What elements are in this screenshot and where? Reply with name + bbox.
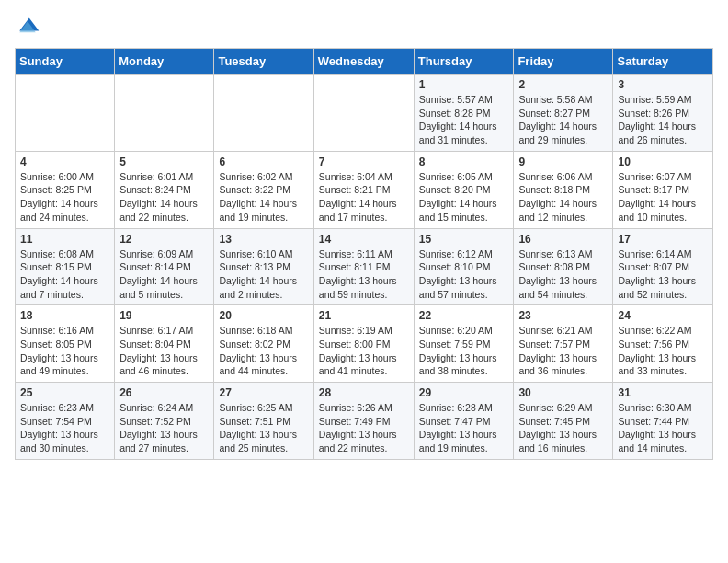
calendar-week-4: 18Sunrise: 6:16 AM Sunset: 8:05 PM Dayli… xyxy=(16,305,713,383)
calendar-cell xyxy=(214,75,313,152)
day-number: 17 xyxy=(618,233,708,246)
calendar-week-5: 25Sunrise: 6:23 AM Sunset: 7:54 PM Dayli… xyxy=(16,383,713,460)
calendar-week-1: 1Sunrise: 5:57 AM Sunset: 8:28 PM Daylig… xyxy=(16,75,713,152)
calendar-cell: 17Sunrise: 6:14 AM Sunset: 8:07 PM Dayli… xyxy=(613,228,713,305)
calendar-cell: 11Sunrise: 6:08 AM Sunset: 8:15 PM Dayli… xyxy=(16,228,115,305)
calendar-cell: 8Sunrise: 6:05 AM Sunset: 8:20 PM Daylig… xyxy=(414,151,514,228)
calendar-cell: 15Sunrise: 6:12 AM Sunset: 8:10 PM Dayli… xyxy=(414,228,514,305)
day-number: 13 xyxy=(219,233,308,246)
day-number: 29 xyxy=(419,386,509,399)
day-number: 22 xyxy=(419,309,509,322)
day-info: Sunrise: 6:14 AM Sunset: 8:07 PM Dayligh… xyxy=(618,247,708,302)
calendar-cell: 31Sunrise: 6:30 AM Sunset: 7:44 PM Dayli… xyxy=(613,383,713,460)
day-info: Sunrise: 6:28 AM Sunset: 7:47 PM Dayligh… xyxy=(419,401,509,455)
logo xyxy=(15,15,44,40)
calendar-cell: 10Sunrise: 6:07 AM Sunset: 8:17 PM Dayli… xyxy=(613,151,713,228)
calendar-cell: 28Sunrise: 6:26 AM Sunset: 7:49 PM Dayli… xyxy=(313,383,414,460)
day-number: 5 xyxy=(119,155,209,168)
day-number: 16 xyxy=(518,233,608,246)
day-info: Sunrise: 6:01 AM Sunset: 8:24 PM Dayligh… xyxy=(119,170,209,224)
day-info: Sunrise: 6:07 AM Sunset: 8:17 PM Dayligh… xyxy=(618,170,708,224)
calendar-cell: 19Sunrise: 6:17 AM Sunset: 8:04 PM Dayli… xyxy=(115,305,214,383)
day-info: Sunrise: 6:19 AM Sunset: 8:00 PM Dayligh… xyxy=(319,324,409,378)
day-info: Sunrise: 6:00 AM Sunset: 8:25 PM Dayligh… xyxy=(20,170,109,224)
day-number: 26 xyxy=(119,386,209,399)
calendar-week-3: 11Sunrise: 6:08 AM Sunset: 8:15 PM Dayli… xyxy=(16,228,713,305)
calendar-cell: 14Sunrise: 6:11 AM Sunset: 8:11 PM Dayli… xyxy=(313,228,414,305)
day-info: Sunrise: 6:22 AM Sunset: 7:56 PM Dayligh… xyxy=(618,324,708,378)
day-info: Sunrise: 6:02 AM Sunset: 8:22 PM Dayligh… xyxy=(219,170,308,224)
calendar-week-2: 4Sunrise: 6:00 AM Sunset: 8:25 PM Daylig… xyxy=(16,151,713,228)
day-number: 19 xyxy=(119,309,209,322)
day-number: 30 xyxy=(518,386,608,399)
day-info: Sunrise: 6:29 AM Sunset: 7:45 PM Dayligh… xyxy=(518,401,608,455)
calendar-header-wednesday: Wednesday xyxy=(313,49,414,75)
calendar-cell: 7Sunrise: 6:04 AM Sunset: 8:21 PM Daylig… xyxy=(313,151,414,228)
day-info: Sunrise: 6:18 AM Sunset: 8:02 PM Dayligh… xyxy=(219,324,308,378)
day-number: 18 xyxy=(20,309,109,322)
calendar-cell: 20Sunrise: 6:18 AM Sunset: 8:02 PM Dayli… xyxy=(214,305,313,383)
day-info: Sunrise: 6:25 AM Sunset: 7:51 PM Dayligh… xyxy=(219,401,308,455)
day-info: Sunrise: 6:12 AM Sunset: 8:10 PM Dayligh… xyxy=(419,247,509,302)
day-info: Sunrise: 5:57 AM Sunset: 8:28 PM Dayligh… xyxy=(419,93,509,147)
calendar-cell xyxy=(16,75,115,152)
calendar-cell: 29Sunrise: 6:28 AM Sunset: 7:47 PM Dayli… xyxy=(414,383,514,460)
day-info: Sunrise: 6:13 AM Sunset: 8:08 PM Dayligh… xyxy=(518,247,608,302)
calendar-cell: 4Sunrise: 6:00 AM Sunset: 8:25 PM Daylig… xyxy=(16,151,115,228)
calendar-header-sunday: Sunday xyxy=(16,49,115,75)
day-info: Sunrise: 6:04 AM Sunset: 8:21 PM Dayligh… xyxy=(319,170,409,224)
day-number: 27 xyxy=(219,386,308,399)
day-number: 14 xyxy=(319,233,409,246)
calendar-cell: 5Sunrise: 6:01 AM Sunset: 8:24 PM Daylig… xyxy=(115,151,214,228)
day-info: Sunrise: 6:08 AM Sunset: 8:15 PM Dayligh… xyxy=(20,247,109,302)
calendar-cell: 9Sunrise: 6:06 AM Sunset: 8:18 PM Daylig… xyxy=(514,151,613,228)
day-info: Sunrise: 6:20 AM Sunset: 7:59 PM Dayligh… xyxy=(419,324,509,378)
day-info: Sunrise: 6:16 AM Sunset: 8:05 PM Dayligh… xyxy=(20,324,109,378)
day-info: Sunrise: 6:23 AM Sunset: 7:54 PM Dayligh… xyxy=(20,401,109,455)
calendar-header-friday: Friday xyxy=(514,49,613,75)
calendar-cell: 6Sunrise: 6:02 AM Sunset: 8:22 PM Daylig… xyxy=(214,151,313,228)
day-number: 6 xyxy=(219,155,308,168)
calendar-cell: 21Sunrise: 6:19 AM Sunset: 8:00 PM Dayli… xyxy=(313,305,414,383)
calendar-cell: 13Sunrise: 6:10 AM Sunset: 8:13 PM Dayli… xyxy=(214,228,313,305)
calendar-cell: 27Sunrise: 6:25 AM Sunset: 7:51 PM Dayli… xyxy=(214,383,313,460)
day-number: 9 xyxy=(518,155,608,168)
day-number: 11 xyxy=(20,233,109,246)
calendar-header-tuesday: Tuesday xyxy=(214,49,313,75)
calendar-header-monday: Monday xyxy=(115,49,214,75)
calendar-cell: 1Sunrise: 5:57 AM Sunset: 8:28 PM Daylig… xyxy=(414,75,514,152)
day-info: Sunrise: 6:09 AM Sunset: 8:14 PM Dayligh… xyxy=(119,247,209,302)
day-info: Sunrise: 6:24 AM Sunset: 7:52 PM Dayligh… xyxy=(119,401,209,455)
page-header xyxy=(15,15,713,40)
calendar-header-thursday: Thursday xyxy=(414,49,514,75)
calendar-cell: 25Sunrise: 6:23 AM Sunset: 7:54 PM Dayli… xyxy=(16,383,115,460)
calendar-cell: 26Sunrise: 6:24 AM Sunset: 7:52 PM Dayli… xyxy=(115,383,214,460)
calendar-header-row: SundayMondayTuesdayWednesdayThursdayFrid… xyxy=(16,49,713,75)
calendar-cell: 30Sunrise: 6:29 AM Sunset: 7:45 PM Dayli… xyxy=(514,383,613,460)
day-number: 3 xyxy=(618,78,708,91)
calendar-cell xyxy=(115,75,214,152)
calendar-cell: 22Sunrise: 6:20 AM Sunset: 7:59 PM Dayli… xyxy=(414,305,514,383)
day-info: Sunrise: 6:11 AM Sunset: 8:11 PM Dayligh… xyxy=(319,247,409,302)
day-number: 15 xyxy=(419,233,509,246)
day-info: Sunrise: 5:58 AM Sunset: 8:27 PM Dayligh… xyxy=(518,93,608,147)
calendar-cell: 24Sunrise: 6:22 AM Sunset: 7:56 PM Dayli… xyxy=(613,305,713,383)
day-number: 2 xyxy=(518,78,608,91)
calendar-header-saturday: Saturday xyxy=(613,49,713,75)
day-number: 24 xyxy=(618,309,708,322)
day-number: 21 xyxy=(319,309,409,322)
day-number: 31 xyxy=(618,386,708,399)
day-info: Sunrise: 6:10 AM Sunset: 8:13 PM Dayligh… xyxy=(219,247,308,302)
day-number: 7 xyxy=(319,155,409,168)
day-info: Sunrise: 6:06 AM Sunset: 8:18 PM Dayligh… xyxy=(518,170,608,224)
day-number: 25 xyxy=(20,386,109,399)
day-number: 10 xyxy=(618,155,708,168)
day-info: Sunrise: 6:26 AM Sunset: 7:49 PM Dayligh… xyxy=(319,401,409,455)
day-info: Sunrise: 6:30 AM Sunset: 7:44 PM Dayligh… xyxy=(618,401,708,455)
calendar-cell: 23Sunrise: 6:21 AM Sunset: 7:57 PM Dayli… xyxy=(514,305,613,383)
calendar-table: SundayMondayTuesdayWednesdayThursdayFrid… xyxy=(15,48,713,460)
calendar-cell: 2Sunrise: 5:58 AM Sunset: 8:27 PM Daylig… xyxy=(514,75,613,152)
day-info: Sunrise: 6:17 AM Sunset: 8:04 PM Dayligh… xyxy=(119,324,209,378)
day-info: Sunrise: 6:21 AM Sunset: 7:57 PM Dayligh… xyxy=(518,324,608,378)
day-number: 20 xyxy=(219,309,308,322)
